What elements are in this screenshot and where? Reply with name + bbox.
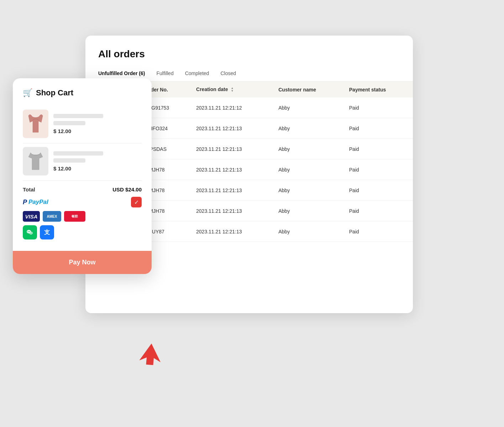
customer-name-cell: Abby [273,159,343,180]
creation-date-cell: 2023.11.21 12:21:13 [190,221,273,242]
unionpay-badge: 银联 [64,211,85,222]
svg-point-5 [31,233,32,233]
paypal-row: P PayPal ✓ [23,197,142,207]
creation-date-cell: 2023.11.21 12:21:13 [190,180,273,201]
customer-name-cell: Abby [273,118,343,139]
card-logos: VISA AMEX 银联 [23,211,142,222]
payment-methods: P PayPal ✓ VISA AMEX 银联 [23,197,142,245]
item-image-tshirt [23,147,48,175]
cart-item-2: $ 12.00 [23,143,142,181]
tab-completed[interactable]: Completed [185,67,209,81]
svg-point-4 [30,233,31,233]
tab-fulfilled[interactable]: Fulfilled [156,67,173,81]
sort-icon: ▲▼ [231,87,233,93]
payment-status-cell: Paid [343,139,413,159]
customer-name-cell: Abby [273,139,343,159]
payment-status-cell: Paid [343,201,413,221]
skeleton-sku-2 [53,158,85,163]
creation-date-cell: 2023.11.21 12:21:12 [190,97,273,118]
item-image-tank [23,110,48,138]
payment-status-cell: Paid [343,97,413,118]
red-arrow-indicator [135,338,168,374]
item-price-2: $ 12.00 [53,165,142,172]
arrow-svg [135,338,167,370]
svg-marker-6 [139,343,162,366]
item-price-1: $ 12.00 [53,128,142,134]
cart-title: Shop Cart [36,88,73,97]
creation-date-cell: 2023.11.21 12:21:13 [190,159,273,180]
amex-badge: AMEX [43,211,61,222]
customer-name-cell: Abby [273,201,343,221]
cart-header: 🛒 Shop Cart [23,88,142,97]
wechat-icon [26,228,34,236]
skeleton-name-2 [53,151,103,155]
cart-item-1: $ 12.00 [23,106,142,143]
creation-date-cell: 2023.11.21 12:21:13 [190,139,273,159]
creation-date-cell: 2023.11.21 12:21:13 [190,201,273,221]
payment-status-cell: Paid [343,180,413,201]
item-info-1: $ 12.00 [53,114,142,134]
paypal-check-badge[interactable]: ✓ [131,197,142,207]
customer-name-cell: Abby [273,97,343,118]
col-creation-date[interactable]: Creation date ▲▼ [190,81,273,97]
visa-badge: VISA [23,211,40,222]
customer-name-cell: Abby [273,221,343,242]
cart-icon: 🛒 [23,88,32,97]
alipay-badge[interactable]: 支 [40,225,54,239]
payment-status-cell: Paid [343,221,413,242]
unionpay-label: 银联 [72,214,78,219]
total-label: Total [23,186,35,193]
wechat-pay-badge[interactable] [23,225,37,239]
paypal-logo: P PayPal [23,199,48,206]
svg-point-2 [29,231,30,232]
payment-status-cell: Paid [343,118,413,139]
total-amount: USD $24.00 [112,186,142,193]
skeleton-sku-1 [53,121,85,125]
customer-name-cell: Abby [273,180,343,201]
cart-total-row: Total USD $24.00 [23,181,142,197]
creation-date-cell: 2023.11.21 12:21:13 [190,118,273,139]
paypal-text: PayPal [28,199,48,206]
wallet-logos: 支 [23,225,142,239]
tank-top-svg [28,114,43,134]
svg-point-3 [29,232,33,234]
item-info-2: $ 12.00 [53,151,142,172]
tshirt-svg [28,151,43,171]
shop-cart: 🛒 Shop Cart $ 12.00 $ 12.00 [13,78,152,274]
col-payment-status: Payment status [343,81,413,97]
skeleton-name-1 [53,114,103,118]
tab-closed[interactable]: Closed [220,67,236,81]
pay-now-button[interactable]: Pay Now [13,251,152,274]
col-customer-name: Customer name [273,81,343,97]
payment-status-cell: Paid [343,159,413,180]
paypal-p-icon: P [23,199,27,206]
alipay-icon: 支 [44,229,50,236]
svg-point-1 [28,231,28,232]
orders-title: All orders [85,48,413,67]
